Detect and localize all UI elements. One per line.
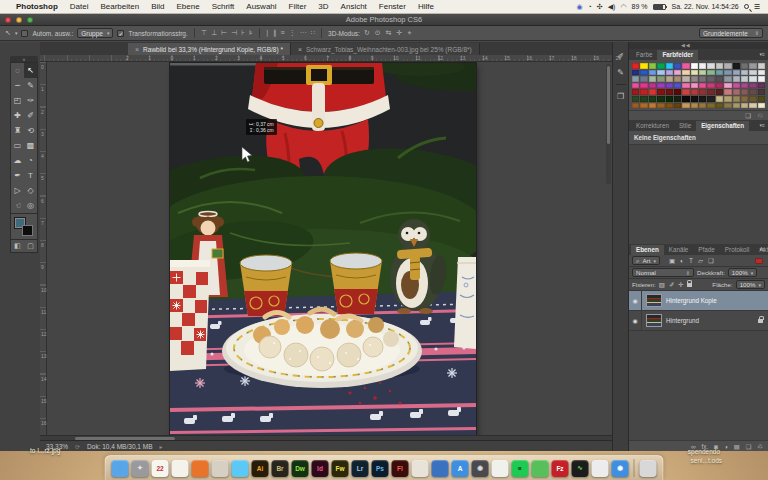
color-swatch-29[interactable] (741, 70, 748, 76)
lock-icon-2[interactable]: ✛ (678, 281, 683, 289)
dock-calculator[interactable] (592, 460, 609, 477)
color-swatch-31[interactable] (758, 70, 765, 76)
type-tool[interactable]: T (24, 168, 37, 183)
filter-kind-icon-0[interactable]: ▣ (669, 257, 675, 265)
dock-collapse-button[interactable]: ◀◀ (629, 42, 768, 49)
color-swatch-51[interactable] (657, 83, 664, 89)
layer-filter-toggle[interactable] (755, 258, 763, 264)
color-swatch-81[interactable] (640, 96, 647, 102)
color-swatch-101[interactable] (674, 103, 681, 109)
color-swatch-3[interactable] (657, 63, 664, 69)
path-selection-tool[interactable]: ▷ (11, 183, 24, 198)
dock-activity-monitor[interactable]: ∿ (572, 460, 589, 477)
opacity-dropdown[interactable]: 100% ▾ (728, 268, 757, 277)
refresh-icon[interactable]: ⟳ (75, 443, 80, 450)
distribute-icon-0[interactable]: ∣ (266, 28, 270, 38)
color-swatch-15[interactable] (758, 63, 765, 69)
dock-photoshop[interactable]: Ps (372, 460, 389, 477)
color-swatch-78[interactable] (749, 89, 756, 95)
color-swatch-108[interactable] (733, 103, 740, 109)
tab-farbe[interactable]: Farbe (631, 50, 657, 60)
open-document[interactable]: ↦: 0,37 cm ↧: 0,36 cm (170, 63, 476, 435)
clock-app-icon[interactable]: ◔ (588, 3, 592, 11)
color-swatch-56[interactable] (699, 83, 706, 89)
color-swatch-8[interactable] (699, 63, 706, 69)
color-swatch-67[interactable] (657, 89, 664, 95)
dock-flash[interactable]: Fl (392, 460, 409, 477)
color-swatch-66[interactable] (649, 89, 656, 95)
tool-preset-caret-icon[interactable]: ▾ (15, 30, 18, 36)
color-swatch-104[interactable] (699, 103, 706, 109)
color-swatch-16[interactable] (632, 70, 639, 76)
vertical-scrollbar[interactable] (606, 64, 611, 184)
color-swatch-96[interactable] (632, 103, 639, 109)
menubar-clock[interactable]: Sa. 22. Nov. 14:54:26 (672, 3, 739, 10)
wifi-icon[interactable]: ◠ (620, 3, 626, 11)
color-swatch-48[interactable] (632, 83, 639, 89)
color-swatch-91[interactable] (724, 96, 731, 102)
color-swatch-87[interactable] (691, 96, 698, 102)
document-viewport[interactable]: 012345678910111213141516 (40, 62, 612, 435)
color-swatch-55[interactable] (691, 83, 698, 89)
color-swatch-94[interactable] (749, 96, 756, 102)
color-swatch-12[interactable] (733, 63, 740, 69)
tab-farbfelder[interactable]: Farbfelder (657, 50, 698, 60)
dock-finder[interactable] (112, 460, 129, 477)
workspace-switcher[interactable]: Grundelemente⇕ (699, 28, 763, 38)
color-swatch-77[interactable] (741, 89, 748, 95)
sync-globe-icon[interactable]: ◉ (577, 3, 583, 11)
adjustment-layer-icon[interactable]: ◑ (724, 443, 728, 450)
color-swatch-11[interactable] (724, 63, 731, 69)
lock-icon-0[interactable]: ▨ (659, 281, 665, 289)
color-swatch-54[interactable] (682, 83, 689, 89)
color-swatch-73[interactable] (707, 89, 714, 95)
zoom-tool[interactable]: ◎ (24, 198, 37, 213)
color-swatch-99[interactable] (657, 103, 664, 109)
color-swatch-71[interactable] (691, 89, 698, 95)
gradient-tool[interactable]: ▩ (24, 138, 37, 153)
color-swatch-21[interactable] (674, 70, 681, 76)
color-swatch-64[interactable] (632, 89, 639, 95)
color-swatch-98[interactable] (649, 103, 656, 109)
menu-ebene[interactable]: Ebene (171, 2, 206, 11)
color-swatch-38[interactable] (682, 76, 689, 82)
crop-tool[interactable]: ◰ (11, 93, 24, 108)
color-swatch-102[interactable] (682, 103, 689, 109)
color-swatch-24[interactable] (699, 70, 706, 76)
quick-selection-tool[interactable]: ✎ (24, 78, 37, 93)
color-swatch-111[interactable] (758, 103, 765, 109)
color-swatch-90[interactable] (716, 96, 723, 102)
history-brush-tool[interactable]: ⟲ (24, 123, 37, 138)
brush-presets-panel-icon[interactable]: ✎ (617, 68, 624, 77)
lock-all-icon[interactable] (687, 283, 692, 287)
new-layer-icon[interactable]: ❏ (746, 443, 752, 450)
distribute-icon-2[interactable]: ≡ (281, 28, 285, 38)
color-swatch-106[interactable] (716, 103, 723, 109)
document-tab-1[interactable]: ×Schwarz_Tobias_Weihnachten-003.jpg bei … (291, 43, 480, 55)
dock-bridge[interactable]: Br (272, 460, 289, 477)
menu-3d[interactable]: 3D (312, 2, 334, 11)
color-swatch-83[interactable] (657, 96, 664, 102)
vertical-ruler[interactable]: 012345678910111213141516 (40, 62, 47, 435)
color-swatch-19[interactable] (657, 70, 664, 76)
color-swatch-4[interactable] (666, 63, 673, 69)
layer-visibility-eye-icon[interactable]: ◉ (629, 291, 642, 310)
shape-tool[interactable]: ◇ (24, 183, 37, 198)
color-swatch-74[interactable] (716, 89, 723, 95)
color-swatch-39[interactable] (691, 76, 698, 82)
dock-evernote[interactable] (532, 460, 549, 477)
color-swatch-26[interactable] (716, 70, 723, 76)
color-swatch-13[interactable] (741, 63, 748, 69)
filter-kind-icon-2[interactable]: T (689, 257, 693, 265)
brush-tool[interactable]: ✐ (24, 108, 37, 123)
mode3d-icon-2[interactable]: ⇆ (386, 28, 392, 38)
screen-mode-button[interactable]: ▢ (27, 242, 34, 250)
dock-firefox[interactable] (192, 460, 209, 477)
tab-pfade[interactable]: Pfade (693, 245, 719, 255)
color-swatch-110[interactable] (749, 103, 756, 109)
align-icon-0[interactable]: ⊤ (201, 28, 207, 38)
dock-installer[interactable] (212, 460, 229, 477)
menu-schrift[interactable]: Schrift (206, 2, 241, 11)
color-swatch-89[interactable] (707, 96, 714, 102)
color-swatch-109[interactable] (741, 103, 748, 109)
